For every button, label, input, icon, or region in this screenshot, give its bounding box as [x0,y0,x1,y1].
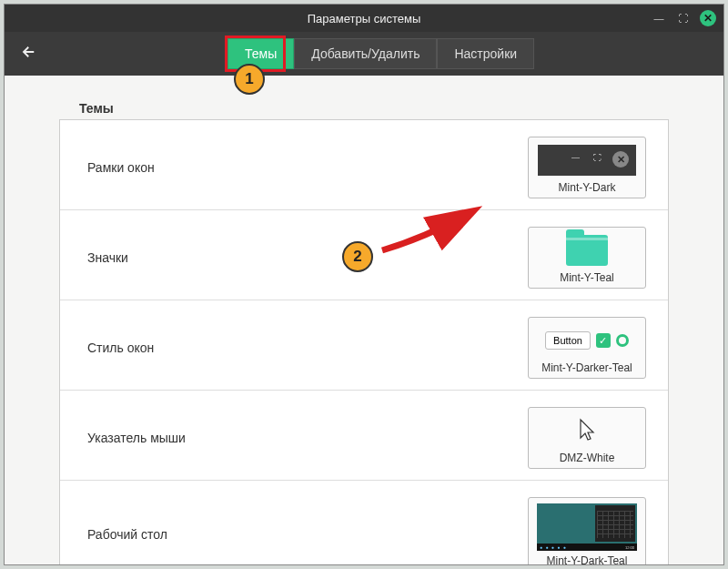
row-cursor: Указатель мыши DMZ-White [60,391,668,481]
selector-value: Mint-Y-Teal [560,271,614,284]
settings-window: Параметры системы — ⛶ ✕ Темы Добавить/Уд… [4,4,724,565]
desktop-thumbnail: ● ● ● ● ●12:00 [537,503,637,551]
row-label: Рабочий стол [87,527,167,542]
selector-value: DMZ-White [560,452,615,464]
preview-style: Button ✓ [536,323,638,358]
maximize-icon[interactable]: ⛶ [676,12,689,25]
folder-icon [566,235,608,266]
button-preview: Button [545,331,591,350]
selector-cursor[interactable]: DMZ-White [528,407,646,469]
toolbar: Темы Добавить/Удалить Настройки [5,32,723,76]
checkbox-icon: ✓ [596,333,611,348]
selector-icons[interactable]: Mint-Y-Teal [528,227,646,289]
selector-value: Mint-Y-Dark-Teal [547,554,628,564]
tabs: Темы Добавить/Удалить Настройки [228,38,534,69]
cursor-icon [578,418,596,443]
row-desktop: Рабочий стол ● ● ● ● ●12:00 Mint-Y-Dark-… [60,481,668,564]
titlebar: Параметры системы — ⛶ ✕ [5,5,723,32]
window-controls: — ⛶ ✕ [652,5,716,32]
tab-add-remove[interactable]: Добавить/Удалить [294,38,437,69]
row-style: Стиль окон Button ✓ Mint-Y-Darker-Teal [60,300,668,391]
preview-icons [536,233,638,268]
back-button[interactable] [21,44,37,65]
preview-window-frames: — ⛶ ✕ [536,143,638,178]
window-frame-preview: — ⛶ ✕ [538,145,636,176]
section-title: Темы [79,101,669,116]
row-label: Рамки окон [87,160,155,175]
minimize-icon[interactable]: — [652,12,665,25]
selector-value: Mint-Y-Dark [559,181,616,194]
selector-style[interactable]: Button ✓ Mint-Y-Darker-Teal [528,317,646,379]
row-label: Значки [87,250,128,265]
minimize-icon: — [571,153,580,162]
row-label: Стиль окон [87,340,154,355]
close-icon[interactable]: ✕ [700,10,716,26]
tab-themes[interactable]: Темы [228,38,294,69]
row-window-frames: Рамки окон — ⛶ ✕ Mint-Y-Dark [60,120,668,210]
window-title: Параметры системы [308,12,421,25]
annotation-arrow [373,196,491,259]
annotation-badge-1: 1 [234,64,265,95]
themes-panel: Рамки окон — ⛶ ✕ Mint-Y-Dark Значки [59,119,669,564]
tab-settings[interactable]: Настройки [437,38,534,69]
selector-desktop[interactable]: ● ● ● ● ●12:00 Mint-Y-Dark-Teal [528,497,646,564]
preview-desktop: ● ● ● ● ●12:00 [536,503,638,551]
content-area: Темы Рамки окон — ⛶ ✕ Mint-Y-Dark Знач [5,76,723,564]
selector-value: Mint-Y-Darker-Teal [541,361,632,374]
annotation-badge-2: 2 [342,241,373,272]
row-label: Указатель мыши [87,431,186,445]
selector-window-frames[interactable]: — ⛶ ✕ Mint-Y-Dark [528,137,646,198]
close-icon: ✕ [612,151,629,168]
radio-icon [616,334,629,347]
arrow-left-icon [21,44,37,60]
maximize-icon: ⛶ [593,153,602,162]
preview-cursor [536,413,638,448]
